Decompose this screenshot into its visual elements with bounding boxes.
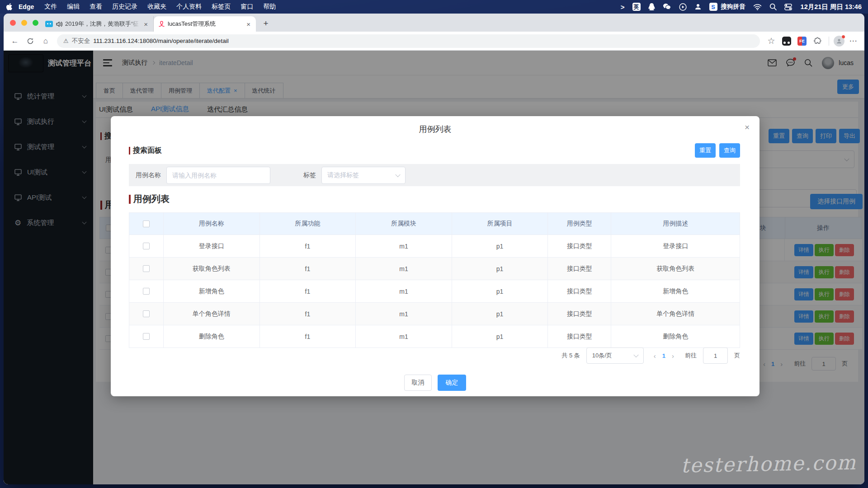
select-all-checkbox[interactable] bbox=[143, 221, 150, 227]
control-center-icon[interactable] bbox=[784, 4, 792, 10]
web-page: 测试管理平台 统计管理 测试执行 测试管理 bbox=[4, 51, 864, 484]
menu-profile[interactable]: 个人资料 bbox=[176, 3, 202, 11]
row-checkbox[interactable] bbox=[143, 310, 150, 317]
browser-toolbar: ← ⌂ ⚠ 不安全 111.231.116.124:18080/main/ope… bbox=[4, 32, 864, 51]
chevron-down-icon bbox=[395, 172, 400, 177]
cancel-button[interactable]: 取消 bbox=[404, 375, 432, 391]
fe-helper-extension-icon[interactable]: FE bbox=[795, 34, 809, 48]
dialog-pagination: 共 5 条 10条/页 ‹ 1 › 前往 1 页 bbox=[561, 347, 740, 364]
wechat-icon[interactable] bbox=[663, 3, 671, 10]
current-page[interactable]: 1 bbox=[662, 352, 665, 359]
search-panel-title: 搜索面板 bbox=[133, 146, 162, 155]
query-button[interactable]: 查询 bbox=[719, 143, 740, 158]
menu-file[interactable]: 文件 bbox=[44, 3, 57, 11]
page-size-select[interactable]: 10条/页 bbox=[586, 347, 644, 364]
not-secure-icon[interactable]: ⚠ bbox=[63, 38, 69, 44]
tag-select[interactable]: 请选择标签 bbox=[321, 167, 406, 184]
tab-title: 2019年，沈腾，黄渤联手“征 bbox=[65, 20, 140, 28]
table-row[interactable]: 删除角色 f1 m1 p1 接口类型 删除角色 bbox=[129, 325, 740, 348]
total-count: 共 5 条 bbox=[561, 352, 580, 360]
apple-icon[interactable] bbox=[6, 3, 12, 10]
confirm-button[interactable]: 确定 bbox=[438, 375, 466, 391]
table-row[interactable]: 登录接口 f1 m1 p1 接口类型 登录接口 bbox=[129, 235, 740, 258]
wifi-icon[interactable] bbox=[753, 4, 762, 10]
goto-label: 前往 bbox=[685, 352, 697, 360]
user-silhouette-icon[interactable] bbox=[694, 3, 702, 10]
menu-help[interactable]: 帮助 bbox=[263, 3, 276, 11]
new-tab-button[interactable]: + bbox=[259, 17, 272, 30]
dialog-search-form: 用例名称 标签 请选择标签 bbox=[129, 164, 740, 186]
page-unit: 页 bbox=[734, 352, 740, 360]
menu-edit[interactable]: 编辑 bbox=[67, 3, 80, 11]
home-button[interactable]: ⌂ bbox=[39, 34, 52, 48]
row-checkbox[interactable] bbox=[143, 265, 150, 272]
prev-page-icon[interactable]: ‹ bbox=[654, 352, 656, 360]
browser-profile-avatar[interactable] bbox=[834, 36, 844, 47]
extensions-puzzle-icon[interactable] bbox=[811, 34, 824, 48]
menu-favorites[interactable]: 收藏夹 bbox=[147, 3, 166, 11]
chevron-down-icon bbox=[633, 352, 638, 357]
profile-notification-dot bbox=[841, 35, 845, 39]
next-page-icon[interactable]: › bbox=[672, 352, 674, 360]
case-name-label: 用例名称 bbox=[136, 171, 161, 179]
reset-button[interactable]: 重置 bbox=[695, 143, 716, 158]
table-row[interactable]: 获取角色列表 f1 m1 p1 接口类型 获取角色列表 bbox=[129, 258, 740, 280]
menu-view[interactable]: 查看 bbox=[90, 3, 102, 11]
tab-close-icon[interactable]: × bbox=[143, 20, 149, 28]
tab-close-icon[interactable]: × bbox=[245, 20, 251, 28]
case-list-dialog: 用例列表 × 搜索面板 重置 查询 用例名称 标签 请选择标签 bbox=[111, 116, 760, 396]
favorite-star-icon[interactable]: ☆ bbox=[764, 34, 778, 48]
menu-history[interactable]: 历史记录 bbox=[112, 3, 137, 11]
dialog-footer: 取消 确定 bbox=[111, 375, 760, 391]
tag-label: 标签 bbox=[303, 171, 316, 179]
tab-title: lucasTest管理系统 bbox=[168, 20, 243, 28]
dialog-search-panel-header: 搜索面板 重置 查询 bbox=[129, 143, 740, 158]
sogou-icon[interactable]: S bbox=[709, 3, 717, 11]
play-circle-icon[interactable] bbox=[679, 3, 687, 11]
input-method-icon[interactable]: 英 bbox=[632, 3, 641, 11]
menubar-app-name[interactable]: Edge bbox=[19, 3, 34, 10]
browser-tabstrip: 2019年，沈腾，黄渤联手“征 × lucasTest管理系统 × + bbox=[4, 14, 864, 32]
browser-window: 2019年，沈腾，黄渤联手“征 × lucasTest管理系统 × + ← ⌂ … bbox=[4, 14, 864, 484]
menu-window[interactable]: 窗口 bbox=[241, 3, 253, 11]
goto-page-input[interactable]: 1 bbox=[703, 347, 728, 364]
dialog-title: 用例列表 bbox=[111, 124, 760, 135]
extension-dark-icon[interactable] bbox=[780, 34, 793, 48]
site-favicon bbox=[158, 20, 165, 28]
table-row[interactable]: 新增角色 f1 m1 p1 接口类型 新增角色 bbox=[129, 280, 740, 303]
case-table-header: 用例名称 所属功能 所属模块 所属项目 用例类型 用例描述 bbox=[129, 213, 740, 235]
menu-tabs[interactable]: 标签页 bbox=[212, 3, 231, 11]
watermark: testerhome.com bbox=[680, 451, 856, 477]
qq-icon[interactable] bbox=[648, 3, 655, 11]
spotlight-search-icon[interactable] bbox=[769, 3, 777, 10]
desktop-wallpaper: Edge 文件 编辑 查看 历史记录 收藏夹 个人资料 标签页 窗口 帮助 > … bbox=[0, 0, 868, 488]
hidden-icons-arrow[interactable]: > bbox=[621, 3, 625, 11]
browser-tab-active[interactable]: lucasTest管理系统 × bbox=[154, 16, 256, 32]
row-checkbox[interactable] bbox=[143, 288, 150, 295]
bilibili-favicon bbox=[45, 21, 53, 27]
tab-audio-icon[interactable] bbox=[56, 21, 62, 27]
browser-menu-dots-icon[interactable]: ⋯ bbox=[846, 34, 860, 48]
case-list-title: 用例列表 bbox=[129, 193, 170, 205]
close-window-button[interactable] bbox=[10, 20, 16, 26]
zoom-window-button[interactable] bbox=[33, 20, 38, 26]
table-row[interactable]: 单个角色详情 f1 m1 p1 接口类型 单个角色详情 bbox=[129, 303, 740, 325]
minimize-window-button[interactable] bbox=[21, 20, 27, 26]
address-bar[interactable]: ⚠ 不安全 111.231.116.124:18080/main/operate… bbox=[57, 34, 760, 48]
sogou-label[interactable]: 搜狗拼音 bbox=[721, 3, 745, 11]
reload-button[interactable] bbox=[24, 34, 37, 48]
case-table: 用例名称 所属功能 所属模块 所属项目 用例类型 用例描述 登录接口 f1 m1… bbox=[129, 212, 740, 348]
browser-tab-inactive[interactable]: 2019年，沈腾，黄渤联手“征 × bbox=[41, 16, 154, 32]
security-label: 不安全 bbox=[72, 37, 90, 45]
macos-menubar: Edge 文件 编辑 查看 历史记录 收藏夹 个人资料 标签页 窗口 帮助 > … bbox=[0, 0, 868, 14]
dialog-close-icon[interactable]: × bbox=[745, 122, 750, 132]
url-text[interactable]: 111.231.116.124:18080/main/operate/itera… bbox=[93, 38, 228, 44]
row-checkbox[interactable] bbox=[143, 243, 150, 249]
window-controls bbox=[10, 20, 38, 26]
menubar-clock[interactable]: 12月21日 周日 13:46 bbox=[801, 3, 862, 11]
case-name-input[interactable] bbox=[166, 167, 270, 184]
row-checkbox[interactable] bbox=[143, 333, 150, 340]
back-button[interactable]: ← bbox=[8, 34, 22, 48]
